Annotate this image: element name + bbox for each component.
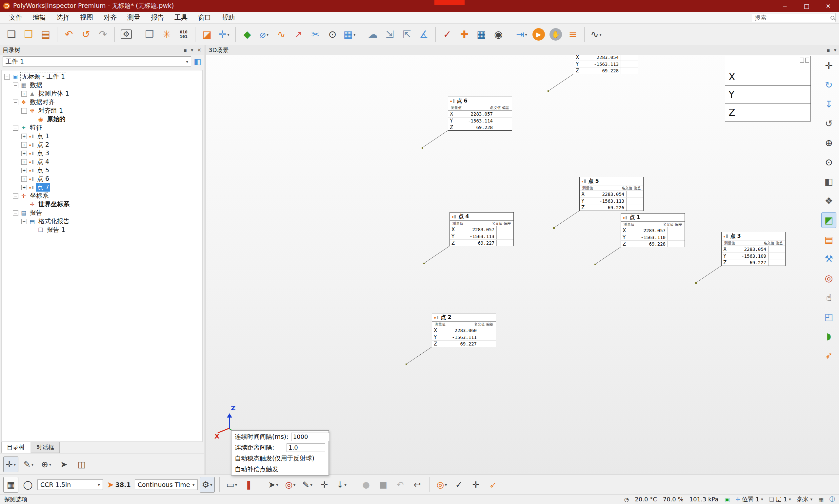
- menu-item-1[interactable]: 编辑: [28, 12, 51, 23]
- collapse-toggle[interactable]: −: [13, 125, 18, 131]
- tree-item-11[interactable]: +点 5: [2, 166, 202, 175]
- menu-item-5[interactable]: 测量: [122, 12, 145, 23]
- stylus-button[interactable]: ✎▾: [21, 456, 36, 472]
- export-report-button[interactable]: ⇥▾: [513, 25, 530, 43]
- graph-button[interactable]: ∿▾: [588, 25, 604, 43]
- expand-toggle[interactable]: +: [21, 159, 27, 165]
- tree-item-12[interactable]: +点 6: [2, 175, 202, 183]
- snapshot-add-button[interactable]: ✚: [456, 25, 473, 43]
- tree-item-13[interactable]: +点 7: [2, 183, 202, 192]
- tree-item-14[interactable]: −✛坐标系: [2, 192, 202, 200]
- clip-box-button[interactable]: ◰: [821, 309, 836, 325]
- annotation-callout-5[interactable]: 点 3测量值名义值 偏差X2283.054Y-1563.109Z69.227: [721, 232, 786, 266]
- expand-toggle[interactable]: +: [21, 185, 27, 190]
- tree-item-7[interactable]: +点 1: [2, 132, 202, 141]
- redo-button[interactable]: ↷: [95, 25, 111, 43]
- menu-item-3[interactable]: 视图: [75, 12, 98, 23]
- render-mode-button[interactable]: ◩: [821, 212, 836, 228]
- pin-icon[interactable]: ▪: [184, 47, 187, 53]
- chevron-down-icon[interactable]: ▾: [834, 47, 836, 53]
- return-button[interactable]: ↩: [410, 477, 425, 492]
- reset-view-button[interactable]: ↺: [78, 25, 94, 43]
- tree-item-17[interactable]: −▤格式化报告: [2, 217, 202, 226]
- point-cloud-button[interactable]: ☁: [364, 25, 381, 43]
- collapse-toggle[interactable]: −: [21, 108, 27, 114]
- prism-button[interactable]: ◆: [239, 25, 255, 43]
- collapse-toggle[interactable]: −: [4, 74, 10, 79]
- robot-button[interactable]: ➶: [821, 347, 836, 363]
- readout-icon[interactable]: [800, 58, 804, 62]
- orbit-button[interactable]: ↺: [821, 115, 836, 131]
- collapse-toggle[interactable]: −: [21, 219, 27, 224]
- save-button[interactable]: ▤: [37, 25, 54, 43]
- probe-point-button[interactable]: ✛: [317, 477, 332, 492]
- bullseye-button[interactable]: ◎▾: [283, 477, 298, 492]
- expand-toggle[interactable]: +: [21, 91, 27, 96]
- menu-item-2[interactable]: 选择: [51, 12, 75, 23]
- context-menu-option-3[interactable]: 自动补偿点触发: [232, 464, 328, 474]
- open-button[interactable]: ❒: [20, 25, 37, 43]
- rings-target-button[interactable]: ◎▾: [434, 477, 449, 492]
- thermometer-button[interactable]: ❚: [241, 477, 256, 492]
- robot-arm-button[interactable]: ➶: [485, 477, 501, 492]
- tree-item-10[interactable]: +点 4: [2, 158, 202, 166]
- iso-view-button[interactable]: ◧: [821, 174, 836, 189]
- tree-item-4[interactable]: −❉对齐组 1: [2, 106, 202, 115]
- verify-target-button[interactable]: ✓: [451, 477, 466, 492]
- tree-item-8[interactable]: +点 2: [2, 141, 202, 149]
- validate-report-button[interactable]: ✓: [439, 25, 456, 43]
- expand-toggle[interactable]: +: [21, 168, 27, 173]
- jog-button[interactable]: ✛: [468, 477, 484, 492]
- search-box[interactable]: [752, 13, 836, 22]
- rotate-button[interactable]: ↻: [821, 77, 836, 93]
- close-button[interactable]: ✕: [817, 0, 839, 12]
- minimize-button[interactable]: ─: [774, 0, 796, 12]
- tools-button[interactable]: ⚒: [821, 251, 836, 267]
- align-in-button[interactable]: ⇲: [382, 25, 398, 43]
- piece-info-icon[interactable]: ◧: [194, 57, 201, 66]
- menu-item-9[interactable]: 帮助: [217, 12, 240, 23]
- surface-button[interactable]: ◗: [821, 328, 836, 344]
- tree-item-2[interactable]: +▲探测片体 1: [2, 89, 202, 98]
- menu-item-6[interactable]: 报告: [145, 12, 169, 23]
- menu-item-7[interactable]: 工具: [169, 12, 193, 23]
- units-combo[interactable]: 毫米▾: [797, 496, 812, 503]
- pause-hand-button[interactable]: ✋: [548, 25, 564, 43]
- probe-mode-button[interactable]: ✛▾: [3, 456, 18, 472]
- device-view-button[interactable]: ▦: [3, 477, 18, 492]
- context-menu-option-1[interactable]: 连续距离间隔:: [232, 442, 328, 453]
- context-menu-input-0[interactable]: [291, 433, 330, 441]
- menu-item-0[interactable]: 文件: [4, 12, 28, 23]
- annotation-callout-4[interactable]: 点 1测量值名义值 偏差X2283.057Y-1563.110Z69.228: [621, 213, 685, 247]
- undo-button[interactable]: ↶: [61, 25, 77, 43]
- view-settings-button[interactable]: ❖: [821, 193, 836, 209]
- plumb-button[interactable]: ↓▾: [334, 477, 349, 492]
- tree-item-1[interactable]: −▦数据: [2, 81, 202, 89]
- compass-button[interactable]: ∡: [416, 25, 432, 43]
- hand-button[interactable]: ☝: [821, 289, 836, 305]
- tree-item-5[interactable]: ◉原始的: [2, 115, 202, 124]
- chevron-down-icon[interactable]: ▾: [191, 47, 193, 53]
- macro-button[interactable]: ≡: [565, 25, 581, 43]
- drop-plane-button[interactable]: ↧: [821, 96, 836, 112]
- annotation-callout-3[interactable]: 点 4测量值名义值 偏差X2283.057Y-1563.113Z69.227: [449, 212, 514, 246]
- counter-button[interactable]: ▦▾: [341, 25, 358, 43]
- teach-button[interactable]: ✎▾: [300, 477, 315, 492]
- acquisition-settings-button[interactable]: ⚙▾: [200, 477, 215, 492]
- new-file-button[interactable]: ❏: [3, 25, 20, 43]
- viewport[interactable]: XYZ Z X ✛↻↧↺⊕⊙◧❖◩▤⚒◎☝◰◗➶ 测量值名义值 偏差X2283.…: [206, 55, 839, 474]
- pin-icon[interactable]: ▪: [826, 47, 830, 53]
- play-button[interactable]: ▶: [530, 25, 547, 43]
- tree-item-6[interactable]: −✦特征: [2, 124, 202, 132]
- tree-item-18[interactable]: ❏报告 1: [2, 226, 202, 234]
- position-combo[interactable]: ✛位置 1▾: [735, 496, 763, 503]
- context-menu-option-2[interactable]: 自动稳态触发(仅用于反射球): [232, 453, 328, 464]
- piece-combo[interactable]: 工件 1 ▾: [3, 56, 191, 67]
- expand-toggle[interactable]: +: [21, 142, 27, 148]
- tree-item-16[interactable]: −▤报告: [2, 209, 202, 217]
- vector-button[interactable]: ↗: [290, 25, 307, 43]
- acquisition-mode-combo[interactable]: Continuous Time▾: [135, 480, 198, 490]
- tree-item-0[interactable]: −▣无标题 - 工件 1: [2, 72, 202, 81]
- layer-combo[interactable]: ❏层 1▾: [769, 496, 791, 503]
- annotation-callout-0[interactable]: 测量值名义值 偏差X2283.054Y-1563.113Z69.228: [574, 55, 638, 74]
